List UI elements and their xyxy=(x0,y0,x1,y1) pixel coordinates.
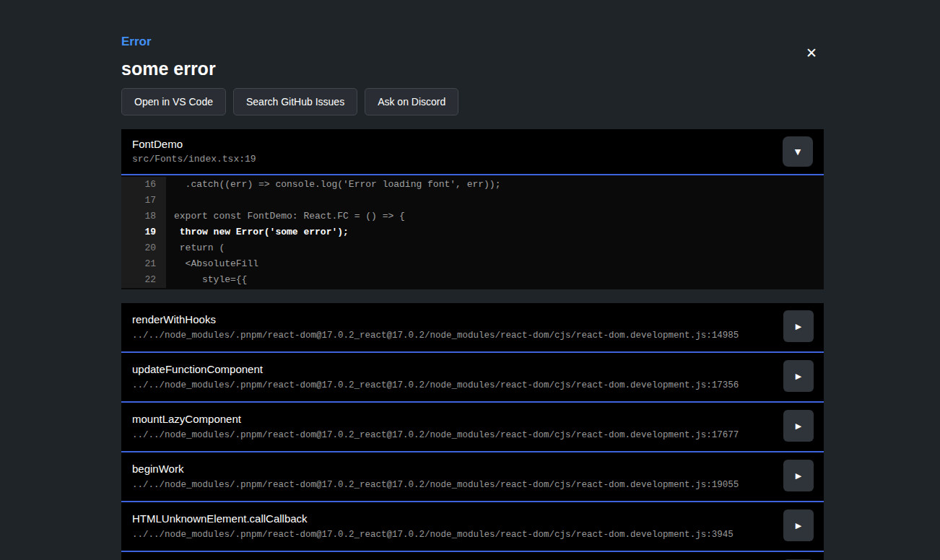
stack-frame-row: renderWithHooks ../../node_modules/.pnpm… xyxy=(121,303,824,353)
search-github-issues-button[interactable]: Search GitHub Issues xyxy=(233,88,357,115)
error-type-label: Error xyxy=(121,35,824,49)
line-number: 22 xyxy=(121,272,166,288)
code-frame-panel: FontDemo src/Fonts/index.tsx:19 ▼ 16 .ca… xyxy=(121,129,824,289)
code-block: 16 .catch((err) => console.log('Error lo… xyxy=(121,175,824,289)
stack-frame-name: mountLazyComponent xyxy=(132,412,743,426)
expand-frame-button[interactable]: ▶ xyxy=(783,509,814,541)
line-text: return ( xyxy=(166,240,824,256)
stack-frame-path: ../../node_modules/.pnpm/react-dom@17.0.… xyxy=(132,479,743,491)
error-overlay-content: ✕ Error some error Open in VS Code Searc… xyxy=(121,0,824,560)
code-frame-location: src/Fonts/index.tsx:19 xyxy=(132,154,814,165)
code-frame-title: FontDemo xyxy=(132,137,814,151)
code-line: 20 return ( xyxy=(121,240,824,256)
line-number: 16 xyxy=(121,177,166,193)
stack-frame-row: beginWork ../../node_modules/.pnpm/react… xyxy=(121,452,824,502)
stack-frame-name: beginWork xyxy=(132,462,743,476)
stack-frame-row: mountLazyComponent ../../node_modules/.p… xyxy=(121,403,824,452)
code-line: 17 xyxy=(121,193,824,209)
stack-frame-path: ../../node_modules/.pnpm/react-dom@17.0.… xyxy=(132,380,743,391)
chevron-down-icon: ▼ xyxy=(795,148,801,156)
play-icon: ▶ xyxy=(796,323,801,331)
stack-frame-row-partial: ▶ xyxy=(121,552,824,560)
line-text: .catch((err) => console.log('Error loadi… xyxy=(166,177,824,193)
code-line: 18export const FontDemo: React.FC = () =… xyxy=(121,209,824,224)
play-icon: ▶ xyxy=(796,422,801,430)
stack-frame-path: ../../node_modules/.pnpm/react-dom@17.0.… xyxy=(132,529,743,541)
line-number: 20 xyxy=(121,240,166,256)
ask-discord-button[interactable]: Ask on Discord xyxy=(365,88,458,115)
line-text: export const FontDemo: React.FC = () => … xyxy=(166,209,824,224)
line-text xyxy=(166,193,824,209)
code-frame-header: FontDemo src/Fonts/index.tsx:19 ▼ xyxy=(121,129,824,175)
close-icon: ✕ xyxy=(806,45,817,61)
line-text: <AbsoluteFill xyxy=(166,256,824,272)
close-button[interactable]: ✕ xyxy=(802,43,821,62)
line-text: throw new Error('some error'); xyxy=(166,224,824,240)
stack-frame-path: ../../node_modules/.pnpm/react-dom@17.0.… xyxy=(132,330,743,341)
line-number: 18 xyxy=(121,209,166,224)
stack-frame-name: updateFunctionComponent xyxy=(132,362,743,376)
play-icon: ▶ xyxy=(796,522,801,530)
expand-frame-button[interactable]: ▶ xyxy=(783,410,814,442)
action-button-row: Open in VS Code Search GitHub Issues Ask… xyxy=(121,88,824,115)
expand-frame-button[interactable]: ▶ xyxy=(783,360,814,392)
code-line: 16 .catch((err) => console.log('Error lo… xyxy=(121,177,824,193)
stack-frame-row: HTMLUnknownElement.callCallback ../../no… xyxy=(121,502,824,552)
line-text: style={{ xyxy=(166,272,824,288)
play-icon: ▶ xyxy=(796,472,801,480)
error-message: some error xyxy=(121,58,824,79)
stack-frame-list: renderWithHooks ../../node_modules/.pnpm… xyxy=(121,303,824,560)
code-line-highlighted: 19 throw new Error('some error'); xyxy=(121,224,824,240)
code-line: 21 <AbsoluteFill xyxy=(121,256,824,272)
code-line: 22 style={{ xyxy=(121,272,824,288)
play-icon: ▶ xyxy=(796,372,801,380)
line-number: 19 xyxy=(121,224,166,240)
stack-frame-row: updateFunctionComponent ../../node_modul… xyxy=(121,353,824,403)
stack-frame-name: renderWithHooks xyxy=(132,312,743,326)
expand-frame-button[interactable]: ▶ xyxy=(783,310,814,342)
expand-frame-button[interactable]: ▶ xyxy=(783,460,814,491)
open-vscode-button[interactable]: Open in VS Code xyxy=(121,88,226,115)
collapse-frame-button[interactable]: ▼ xyxy=(783,136,813,167)
stack-frame-name: HTMLUnknownElement.callCallback xyxy=(132,512,743,525)
line-number: 21 xyxy=(121,256,166,272)
line-number: 17 xyxy=(121,193,166,209)
error-overlay: { "colors": { "background": "#1f2428", "… xyxy=(0,0,940,560)
stack-frame-path: ../../node_modules/.pnpm/react-dom@17.0.… xyxy=(132,429,743,441)
